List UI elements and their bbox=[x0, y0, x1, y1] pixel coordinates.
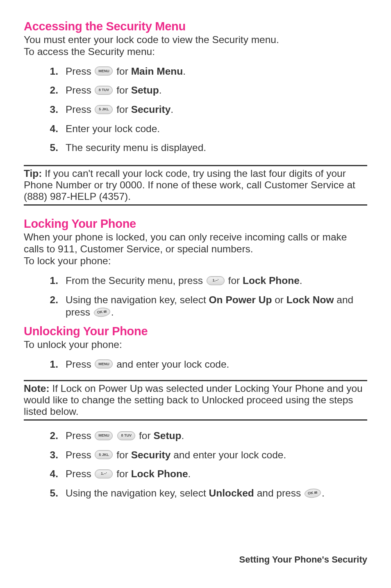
step-number: 2. bbox=[48, 430, 58, 442]
step-number: 1. bbox=[48, 65, 58, 78]
step-number: 2. bbox=[48, 84, 58, 97]
callout-text: If you can't recall your lock code, try … bbox=[24, 168, 355, 202]
step-text: Using the navigation key, select On Powe… bbox=[66, 294, 367, 319]
bold-text: Security bbox=[131, 104, 171, 115]
step-item: 2. Press 8 TUV for Setup. bbox=[24, 81, 367, 100]
text-run: Press bbox=[66, 430, 94, 441]
bold-text: Security bbox=[131, 449, 171, 460]
step-item: 1. Press MENU and enter your lock code. bbox=[24, 355, 367, 374]
step-text: Press 5 JKL for Security. bbox=[66, 103, 367, 116]
step-number: 1. bbox=[48, 358, 58, 371]
step-number: 5. bbox=[48, 487, 58, 500]
step-number: 2. bbox=[48, 294, 58, 307]
text-run: for bbox=[114, 468, 131, 479]
intro-text: To access the Security menu: bbox=[24, 46, 367, 58]
text-run: Press bbox=[66, 104, 94, 115]
intro-text: You must enter your lock code to view th… bbox=[24, 34, 367, 46]
tip-callout: Tip: If you can't recall your lock code,… bbox=[24, 166, 367, 205]
step-list: 1. Press MENU for Main Menu. 2. Press 8 … bbox=[24, 62, 367, 158]
step-number: 4. bbox=[48, 468, 58, 480]
text-run: Press bbox=[66, 66, 94, 77]
text-run: Using the navigation key, select bbox=[66, 487, 209, 499]
one-key-icon: 1.–' bbox=[95, 469, 113, 478]
step-text: Press 8 TUV for Setup. bbox=[66, 84, 367, 97]
step-text: Enter your lock code. bbox=[66, 123, 367, 135]
divider bbox=[24, 419, 367, 421]
intro-text: To lock your phone: bbox=[24, 255, 367, 267]
step-text: From the Security menu, press 1.–' for L… bbox=[66, 275, 367, 287]
ok-key-icon: OK ✉ bbox=[93, 307, 111, 318]
step-item: 4. Press 1.–' for Lock Phone. bbox=[24, 464, 367, 484]
text-run: for bbox=[114, 66, 131, 77]
text-run: for bbox=[114, 85, 131, 96]
text-run: and press bbox=[254, 487, 304, 499]
bold-text: Main Menu bbox=[131, 66, 183, 77]
menu-key-icon: MENU bbox=[95, 66, 113, 76]
callout-lead: Tip: bbox=[24, 168, 42, 179]
bold-text: Setup bbox=[153, 430, 181, 441]
step-list: 2. Press MENU 8 TUV for Setup. 3. Press … bbox=[24, 426, 367, 503]
text-run: and enter your lock code. bbox=[170, 449, 286, 460]
intro-text: When your phone is locked, you can only … bbox=[24, 231, 367, 255]
step-text: Press MENU and enter your lock code. bbox=[66, 358, 367, 371]
step-item: 5. Using the navigation key, select Unlo… bbox=[24, 484, 367, 503]
intro-text: To unlock your phone: bbox=[24, 339, 367, 351]
callout-text: If Lock on Power Up was selected under L… bbox=[24, 383, 363, 417]
text-run: and enter your lock code. bbox=[114, 359, 229, 370]
one-key-icon: 1.–' bbox=[207, 276, 225, 285]
step-number: 5. bbox=[48, 142, 58, 154]
text-run: . bbox=[111, 307, 114, 318]
step-text: Press MENU for Main Menu. bbox=[66, 65, 367, 78]
text-run: for bbox=[136, 430, 153, 441]
step-number: 3. bbox=[48, 449, 58, 462]
step-number: 4. bbox=[48, 123, 58, 135]
text-run: . bbox=[300, 275, 302, 286]
step-number: 3. bbox=[48, 103, 58, 116]
bold-text: Lock Now bbox=[286, 294, 334, 305]
step-text: Using the navigation key, select Unlocke… bbox=[66, 487, 367, 500]
text-run: or bbox=[272, 294, 286, 305]
step-item: 3. Press 5 JKL for Security. bbox=[24, 100, 367, 119]
step-text: Press 5 JKL for Security and enter your … bbox=[66, 449, 367, 462]
eight-key-icon: 8 TUV bbox=[95, 86, 113, 95]
ok-key-icon: OK ✉ bbox=[304, 487, 321, 498]
step-text: The security menu is displayed. bbox=[66, 142, 367, 154]
five-key-icon: 5 JKL bbox=[95, 450, 113, 459]
text-run: . bbox=[182, 430, 184, 441]
step-text: Press MENU 8 TUV for Setup. bbox=[66, 430, 367, 442]
text-run: Press bbox=[66, 449, 94, 460]
five-key-icon: 5 JKL bbox=[95, 105, 113, 114]
text-run: . bbox=[188, 468, 191, 479]
step-item: 1. From the Security menu, press 1.–' fo… bbox=[24, 271, 367, 291]
step-number: 1. bbox=[48, 275, 58, 287]
step-item: 5. The security menu is displayed. bbox=[24, 138, 367, 158]
section-heading-unlocking: Unlocking Your Phone bbox=[24, 325, 367, 338]
note-callout: Note: If Lock on Power Up was selected u… bbox=[24, 381, 367, 420]
step-item: 3. Press 5 JKL for Security and enter yo… bbox=[24, 446, 367, 465]
step-list: 1. Press MENU and enter your lock code. bbox=[24, 355, 367, 374]
text-run: for bbox=[114, 449, 131, 460]
page-footer-title: Setting Your Phone's Security bbox=[239, 554, 367, 565]
text-run: . bbox=[322, 487, 325, 499]
step-item: 1. Press MENU for Main Menu. bbox=[24, 62, 367, 81]
step-item: 4. Enter your lock code. bbox=[24, 119, 367, 139]
section-heading-locking: Locking Your Phone bbox=[24, 217, 367, 231]
text-run: for bbox=[225, 275, 243, 286]
bold-text: Setup bbox=[131, 85, 159, 96]
bold-text: Lock Phone bbox=[131, 468, 188, 479]
menu-key-icon: MENU bbox=[95, 359, 113, 368]
section-heading-access-security: Accessing the Security Menu bbox=[24, 20, 367, 33]
bold-text: Lock Phone bbox=[243, 275, 300, 286]
bold-text: On Power Up bbox=[209, 294, 272, 305]
text-run: for bbox=[114, 104, 131, 115]
text-run: From the Security menu, press bbox=[66, 275, 206, 286]
bold-text: Unlocked bbox=[209, 487, 254, 499]
text-run: Press bbox=[66, 468, 94, 479]
step-list: 1. From the Security menu, press 1.–' fo… bbox=[24, 271, 367, 322]
text-run: . bbox=[183, 66, 186, 77]
text-run: Press bbox=[66, 85, 94, 96]
text-run: Press bbox=[66, 359, 94, 370]
step-text: Press 1.–' for Lock Phone. bbox=[66, 468, 367, 480]
callout-lead: Note: bbox=[24, 383, 50, 394]
step-item: 2. Using the navigation key, select On P… bbox=[24, 291, 367, 322]
